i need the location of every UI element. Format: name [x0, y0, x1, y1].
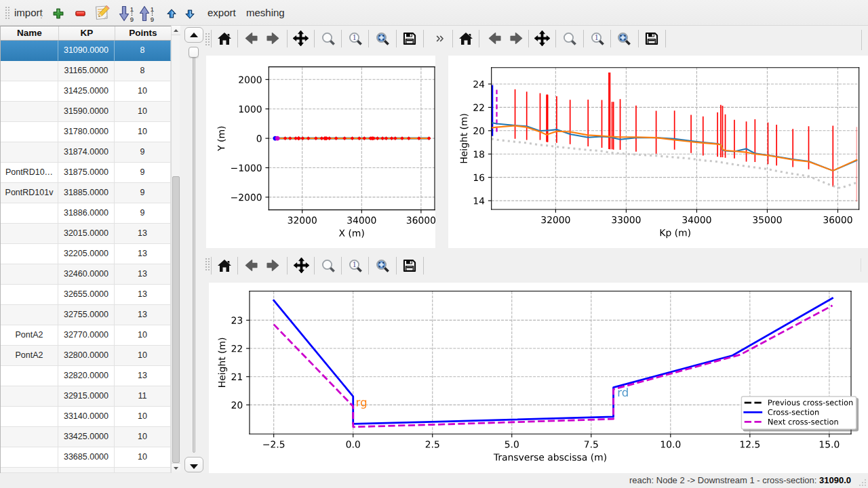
svg-text:1: 1	[595, 33, 599, 41]
svg-text:1: 1	[353, 33, 357, 41]
svg-text:1: 1	[151, 5, 154, 13]
svg-text:1: 1	[353, 260, 357, 268]
svg-text:1: 1	[130, 5, 134, 13]
svg-text:9: 9	[151, 16, 154, 22]
svg-text:9: 9	[130, 16, 134, 22]
